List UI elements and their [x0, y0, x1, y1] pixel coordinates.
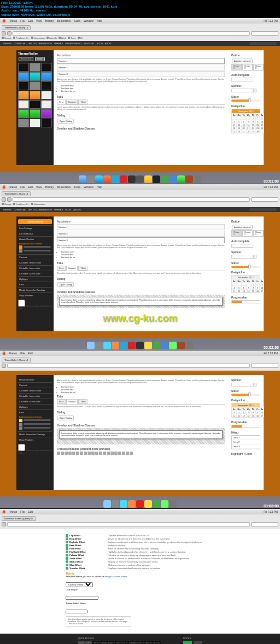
- file-info: File: 12JQUE~1.MP4 Size: 37606820 bytes …: [0, 0, 280, 18]
- checkbox-icon[interactable]: [66, 547, 68, 550]
- effect-desc: Moves an element in one direction and hi…: [108, 537, 247, 540]
- accordion-section[interactable]: Section 1: [57, 58, 225, 64]
- effect-desc: Folds an element first horizontally and …: [108, 547, 247, 550]
- download-theme-button[interactable]: Download theme: [18, 219, 52, 224]
- back-button[interactable]: [2, 31, 6, 36]
- effect-name: Transfer Effect: [69, 567, 108, 570]
- checkbox-icon[interactable]: [66, 560, 68, 563]
- effect-name: Drop Effect: [69, 537, 108, 540]
- widgets-main: Accordion Section 1 Section 2 Section 3 …: [54, 50, 228, 165]
- checkbox-icon[interactable]: [66, 554, 68, 557]
- theme-thumb[interactable]: [18, 63, 29, 72]
- effect-desc: Clips the element on and off like an old…: [108, 534, 247, 537]
- mac-menubar: 🍎 Firefox File Edit View History Bookmar…: [0, 18, 280, 24]
- checkbox-icon[interactable]: [66, 541, 68, 543]
- themeroller-sidebar: ThemeRoller Roll Your Own Gallery: [16, 50, 54, 165]
- checkbox-icon[interactable]: [66, 537, 68, 540]
- site-nav: DEMOS DOWNLOAD API DOCUMENTATION THEMES …: [0, 41, 280, 46]
- widgets-right: Button A button element Choice 1 Choice …: [228, 50, 264, 165]
- bookmarks-bar: Google Freelance S... Information tutori…: [1, 36, 279, 40]
- apple-icon[interactable]: 🍎: [2, 19, 5, 22]
- checkbox-icon[interactable]: [66, 534, 68, 537]
- effect-name: Highlight Effect: [69, 551, 108, 553]
- forward-button[interactable]: [7, 31, 11, 36]
- filezilla-icon[interactable]: [120, 175, 127, 183]
- autocomplete-input[interactable]: [231, 78, 253, 81]
- clock: Fri 7:13 PM: [264, 19, 278, 22]
- checkbox-icon[interactable]: [66, 551, 68, 553]
- frame-2: 🍎FirefoxFileEditViewHistoryBookmarksTool…: [0, 184, 280, 350]
- effect-desc: Slides an element in and out of the view…: [108, 564, 247, 566]
- browser-tab[interactable]: ThemeRoller | jQuery UI: [2, 25, 31, 30]
- effect-name: Scale Effect: [69, 557, 108, 560]
- effect-name: Clip Effect: [69, 534, 108, 537]
- spinner-input[interactable]: [231, 89, 253, 92]
- timestamp: 00:01:00: [264, 179, 279, 183]
- browser-search[interactable]: [251, 31, 278, 36]
- frame-3: 🍎FirefoxFileEditFri 7:13 PM ThemeRoller …: [0, 350, 280, 508]
- url-bar[interactable]: [13, 31, 250, 36]
- effect-name: Explode Effect: [69, 541, 108, 543]
- effect-name: Fold Effect: [69, 547, 108, 550]
- checkbox-icon[interactable]: [66, 564, 68, 566]
- finder-icon[interactable]: [79, 175, 86, 183]
- datepicker[interactable]: November 2012 SuMoTuWeThFrSa 123 4567891…: [231, 109, 260, 133]
- effect-name: Slide Effect: [69, 564, 108, 566]
- page-title: ThemeRoller: [18, 52, 52, 55]
- effect-desc: Shakes an element horizontally or vertic…: [108, 560, 247, 563]
- open-dialog-button[interactable]: Open Dialog: [57, 119, 74, 124]
- checkbox-icon[interactable]: [66, 544, 68, 547]
- effect-desc: Explodes an element in all directions in…: [108, 541, 247, 543]
- theme-gallery: [18, 63, 52, 127]
- frame-4: 🍎FirefoxFileEditFri 7:13 PM Download Bui…: [0, 509, 280, 644]
- checkbox-icon[interactable]: [66, 557, 68, 560]
- site-search[interactable]: [249, 42, 277, 45]
- site-footer: QUICK ACCESS CDN CSS http://code.jquery.…: [0, 634, 280, 644]
- effect-name: Shake Effect: [69, 560, 108, 563]
- trash-icon[interactable]: [194, 175, 201, 183]
- effect-desc: Fades an element.: [108, 544, 247, 547]
- effect-desc: Highlights the background of an element …: [108, 551, 247, 553]
- browser-chrome: ThemeRoller | jQuery UI Google Freelance…: [0, 24, 280, 41]
- effect-name: Fade Effect: [69, 544, 108, 547]
- safari-icon[interactable]: [95, 175, 103, 183]
- effect-name: Pulsate Effect: [69, 554, 108, 557]
- mac-dock: [0, 172, 280, 184]
- frame-1: 🍎 Firefox File Edit View History Bookmar…: [0, 18, 280, 184]
- firefox-icon[interactable]: [103, 175, 111, 183]
- checkbox-icon[interactable]: [66, 567, 68, 570]
- effect-desc: Pulsates an element n times by changing …: [108, 554, 247, 557]
- effect-desc: Displays a transfer effect from one elem…: [108, 567, 247, 570]
- slider-widget[interactable]: [231, 99, 260, 102]
- theme-select[interactable]: Custom Theme: [66, 582, 93, 587]
- effect-desc: Grows or shrinks an element and its cont…: [108, 557, 247, 560]
